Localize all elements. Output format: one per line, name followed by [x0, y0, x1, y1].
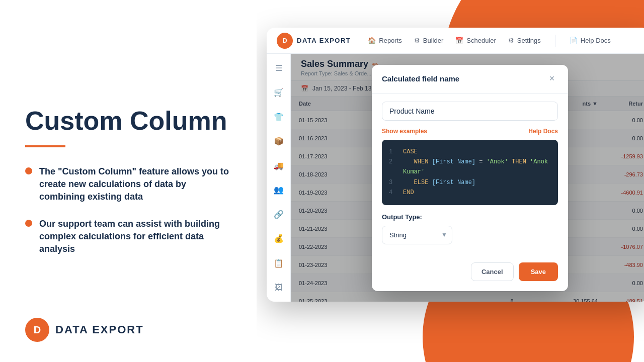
output-type-label: Output Type:	[382, 213, 558, 221]
settings-icon: ⚙	[508, 37, 514, 44]
modal-overlay: Calculated field name × Show examples He…	[291, 54, 644, 302]
nav-item-reports[interactable]: 🏠 Reports	[368, 37, 402, 44]
output-type-select[interactable]: String Number Boolean Date	[382, 226, 452, 244]
bullet-dot-1	[25, 167, 32, 174]
logo-icon: D	[25, 318, 49, 342]
sidebar-icon-link[interactable]: 🔗	[271, 207, 287, 222]
sidebar-icon-image[interactable]: 🖼	[271, 281, 287, 295]
nav-label-helpdocs: Help Docs	[581, 37, 611, 44]
modal: Calculated field name × Show examples He…	[372, 65, 568, 291]
bullet-text-2: Our support team can assist with buildin…	[39, 218, 231, 256]
sidebar-icon-box[interactable]: 📦	[271, 134, 287, 149]
code-line-4: 4 END	[389, 188, 551, 198]
nav-item-scheduler[interactable]: 📅 Scheduler	[455, 37, 496, 44]
app-main: Sales Summary ✏ Report Type: Sales & Ord…	[291, 54, 644, 302]
sidebar-icon-file[interactable]: 📋	[271, 256, 287, 270]
bullet-dot-2	[25, 220, 32, 227]
modal-header: Calculated field name ×	[372, 65, 568, 94]
sidebar-icon-menu[interactable]: ☰	[271, 61, 287, 75]
modal-footer: Cancel Save	[372, 262, 568, 291]
modal-body: Show examples Help Docs 1 CASE 2	[372, 94, 568, 262]
nav-separator	[555, 35, 555, 47]
nav-label-settings: Settings	[517, 37, 541, 44]
bottom-logo: D DATA EXPORT	[25, 318, 144, 342]
examples-row: Show examples Help Docs	[382, 128, 558, 135]
app-nav: 🏠 Reports ⚙ Builder 📅 Scheduler ⚙ Settin…	[368, 35, 611, 47]
modal-title: Calculated field name	[382, 74, 459, 83]
sidebar-icon-shirt[interactable]: 👕	[271, 110, 287, 124]
right-panel: D DATA EXPORT 🏠 Reports ⚙ Builder 📅 Sche…	[257, 0, 644, 362]
nav-item-builder[interactable]: ⚙ Builder	[414, 37, 443, 44]
bullet-item-1: The "Custom Column" feature allows you t…	[25, 165, 231, 204]
help-docs-link[interactable]: Help Docs	[528, 128, 558, 135]
home-icon: 🏠	[368, 37, 376, 44]
app-window: D DATA EXPORT 🏠 Reports ⚙ Builder 📅 Sche…	[267, 28, 644, 302]
sidebar-icon-truck[interactable]: 🚚	[271, 158, 287, 173]
app-logo-icon: D	[277, 33, 293, 49]
save-button[interactable]: Save	[519, 262, 558, 281]
code-line-2: 2 WHEN [First Name] = 'Anok' THEN 'Anok …	[389, 157, 551, 177]
nav-label-scheduler: Scheduler	[466, 37, 496, 44]
main-title: Custom Column	[25, 107, 231, 135]
code-line-3: 3 ELSE [First Name]	[389, 177, 551, 188]
nav-label-builder: Builder	[423, 37, 443, 44]
builder-icon: ⚙	[414, 37, 420, 44]
title-underline	[25, 145, 65, 147]
nav-label-reports: Reports	[379, 37, 402, 44]
code-line-1: 1 CASE	[389, 147, 551, 157]
bullet-text-1: The "Custom Column" feature allows you t…	[39, 165, 231, 204]
app-body: ☰ 🛒 👕 📦 🚚 👥 🔗 💰 📋 🖼 Sales Summary ✏	[267, 54, 644, 302]
sidebar-icon-cart[interactable]: 🛒	[271, 85, 287, 100]
bullet-list: The "Custom Column" feature allows you t…	[25, 165, 231, 255]
modal-close-button[interactable]: ×	[546, 73, 558, 85]
app-sidebar: ☰ 🛒 👕 📦 🚚 👥 🔗 💰 📋 🖼	[267, 54, 291, 302]
sidebar-icon-users[interactable]: 👥	[271, 183, 287, 198]
code-editor[interactable]: 1 CASE 2 WHEN [First Name] = 'Anok' THEN…	[382, 140, 558, 205]
app-logo: D DATA EXPORT	[277, 33, 351, 49]
show-examples-link[interactable]: Show examples	[382, 128, 427, 135]
sidebar-icon-money[interactable]: 💰	[271, 232, 287, 246]
logo-brand: DATA EXPORT	[55, 323, 144, 336]
nav-item-settings[interactable]: ⚙ Settings	[508, 37, 541, 44]
nav-item-helpdocs[interactable]: 📄 Help Docs	[570, 37, 611, 44]
helpdocs-icon: 📄	[570, 37, 578, 44]
field-name-input[interactable]	[382, 102, 558, 121]
left-panel: Custom Column The "Custom Column" featur…	[0, 0, 257, 362]
app-header: D DATA EXPORT 🏠 Reports ⚙ Builder 📅 Sche…	[267, 28, 644, 54]
scheduler-icon: 📅	[455, 37, 463, 44]
cancel-button[interactable]: Cancel	[471, 262, 514, 281]
bullet-item-2: Our support team can assist with buildin…	[25, 218, 231, 256]
output-type-select-wrapper: String Number Boolean Date ▼	[382, 226, 452, 244]
app-logo-text: DATA EXPORT	[297, 37, 351, 44]
